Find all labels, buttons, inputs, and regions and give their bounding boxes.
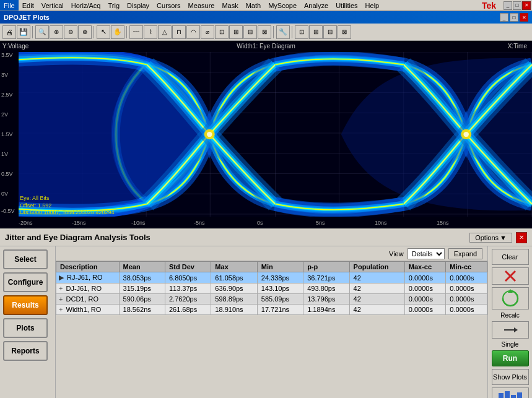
data-table-area: View Details Expand Description Mean Std… bbox=[56, 246, 487, 398]
show-plots-icon[interactable] bbox=[492, 387, 529, 398]
x-label-n5: -5ns bbox=[194, 220, 205, 226]
svg-rect-30 bbox=[505, 391, 510, 398]
toolbar-waveform1[interactable]: 〰 bbox=[129, 25, 143, 39]
minimize-button[interactable]: _ bbox=[504, 1, 512, 10]
toolbar-waveform2[interactable]: ⌇ bbox=[144, 25, 157, 39]
cell-max: 18.910ns bbox=[211, 305, 257, 315]
menu-item-mask[interactable]: Mask bbox=[218, 0, 242, 11]
menu-item-display[interactable]: Display bbox=[123, 0, 153, 11]
y-label-2: 2V bbox=[1, 111, 8, 118]
table-row[interactable]: + DCD1, RO 590.06ps 2.7620ps 598.89ps 58… bbox=[56, 294, 487, 305]
toolbar-waveform10[interactable]: ⊠ bbox=[258, 25, 271, 39]
menu-item-help[interactable]: Help bbox=[362, 0, 383, 11]
run-button[interactable]: Run bbox=[492, 350, 529, 366]
cell-stddev: 2.7620ps bbox=[165, 294, 211, 305]
toolbar-waveform4[interactable]: ⊓ bbox=[172, 25, 186, 39]
table-row[interactable]: + Width1, RO 18.562ns 261.68ps 18.910ns … bbox=[56, 305, 487, 315]
col-description: Description bbox=[56, 262, 120, 272]
close-button-main[interactable]: ✕ bbox=[522, 1, 531, 10]
y-label-35: 3.5V bbox=[1, 52, 13, 58]
toolbar-panel4[interactable]: ⊠ bbox=[338, 25, 351, 39]
cell-mean: 18.562ns bbox=[119, 305, 165, 315]
toolbar-waveform9[interactable]: ⊟ bbox=[243, 25, 257, 39]
results-button[interactable]: Results bbox=[3, 295, 48, 315]
toolbar-waveform7[interactable]: ⊡ bbox=[215, 25, 229, 39]
row-expand-icon[interactable]: ▶ bbox=[59, 274, 64, 281]
results-table: Description Mean Std Dev Max Min p-p Pop… bbox=[56, 261, 487, 315]
tek-logo: Tek bbox=[474, 1, 504, 11]
toolbar-waveform5[interactable]: ◠ bbox=[186, 25, 200, 39]
cell-max: 636.90ps bbox=[211, 283, 257, 294]
toolbar-zoom-x[interactable]: ⊕ bbox=[78, 25, 92, 39]
y-axis-label: Y:Voltage bbox=[2, 43, 28, 50]
menu-item-analyze[interactable]: Analyze bbox=[300, 0, 332, 11]
table-row[interactable]: + DJ-J61, RO 315.19ps 113.37ps 636.90ps … bbox=[56, 283, 487, 294]
menu-item-horiz[interactable]: Horiz/Acq bbox=[68, 0, 105, 11]
row-expand-icon[interactable]: + bbox=[59, 295, 63, 303]
menu-item-trig[interactable]: Trig bbox=[104, 0, 123, 11]
table-scroll-area[interactable]: Description Mean Std Dev Max Min p-p Pop… bbox=[56, 261, 487, 398]
menu-item-edit[interactable]: Edit bbox=[19, 0, 38, 11]
clear-x-icon-btn[interactable] bbox=[492, 267, 529, 285]
toolbar-cursor[interactable]: ↖ bbox=[97, 25, 110, 39]
cell-maxcc: 0.0000s bbox=[404, 272, 446, 283]
configure-button[interactable]: Configure bbox=[3, 272, 48, 292]
toolbar-pan[interactable]: ✋ bbox=[111, 25, 124, 39]
dpojet-maximize[interactable]: □ bbox=[510, 13, 518, 22]
x-axis-label: X:Time bbox=[508, 43, 527, 50]
clear-button[interactable]: Clear bbox=[492, 249, 529, 265]
toolbar-zoom-in[interactable]: ⊕ bbox=[50, 25, 63, 39]
menu-item-file[interactable]: File bbox=[0, 0, 19, 11]
toolbar-save[interactable]: 💾 bbox=[17, 25, 30, 39]
toolbar-panel3[interactable]: ⊟ bbox=[323, 25, 337, 39]
select-button[interactable]: Select bbox=[3, 249, 48, 269]
menu-item-vertical[interactable]: Vertical bbox=[38, 0, 68, 11]
toolbar-print[interactable]: 🖨 bbox=[2, 25, 16, 39]
maximize-button[interactable]: □ bbox=[513, 1, 521, 10]
plot-area: Y:Voltage Width1: Eye Diagram X:Time 3.5… bbox=[0, 41, 532, 228]
toolbar-panel1[interactable]: ⊡ bbox=[295, 25, 308, 39]
toolbar-panel2[interactable]: ⊞ bbox=[309, 25, 323, 39]
menu-item-cursors[interactable]: Cursors bbox=[153, 0, 185, 11]
x-label-15: 15ns bbox=[437, 220, 449, 226]
toolbar-waveform3[interactable]: △ bbox=[158, 25, 172, 39]
right-sidebar: Clear Recalc bbox=[487, 246, 532, 398]
cell-min: 24.338ps bbox=[257, 272, 303, 283]
panel-close-button[interactable]: ✕ bbox=[516, 232, 527, 243]
table-row[interactable]: ▶ RJ-J61, RO 38.053ps 6.8050ps 61.058ps … bbox=[56, 272, 487, 283]
options-button[interactable]: Options ▼ bbox=[469, 233, 512, 243]
expand-button[interactable]: Expand bbox=[448, 248, 482, 259]
menu-item-math[interactable]: Math bbox=[242, 0, 264, 11]
single-button[interactable] bbox=[492, 321, 529, 339]
menu-item-utilities[interactable]: Utilities bbox=[332, 0, 361, 11]
dpojet-window-title: DPOJET Plots bbox=[4, 14, 50, 21]
col-min: Min bbox=[257, 262, 303, 272]
recalc-button[interactable] bbox=[492, 287, 529, 309]
cell-pp: 13.796ps bbox=[303, 294, 349, 305]
view-bar: View Details Expand bbox=[56, 246, 487, 261]
cell-mincc: 0.0000s bbox=[446, 305, 487, 315]
row-expand-icon[interactable]: + bbox=[59, 306, 63, 313]
col-stddev: Std Dev bbox=[165, 262, 211, 272]
cell-min: 585.09ps bbox=[257, 294, 303, 305]
toolbar-settings[interactable]: 🔧 bbox=[276, 25, 290, 39]
dpojet-minimize[interactable]: _ bbox=[500, 13, 508, 22]
cell-maxcc: 0.0000s bbox=[404, 294, 446, 305]
cell-min: 17.721ns bbox=[257, 305, 303, 315]
menu-item-measure[interactable]: Measure bbox=[185, 0, 219, 11]
dpojet-close[interactable]: ✕ bbox=[520, 13, 528, 22]
toolbar-waveform8[interactable]: ⊞ bbox=[229, 25, 243, 39]
svg-point-22 bbox=[463, 132, 469, 137]
toolbar-zoom-out[interactable]: ⊖ bbox=[64, 25, 77, 39]
toolbar-waveform6[interactable]: ⌀ bbox=[201, 25, 214, 39]
menu-item-myscope[interactable]: MyScope bbox=[264, 0, 300, 11]
reports-button[interactable]: Reports bbox=[3, 341, 48, 361]
cell-description: + DJ-J61, RO bbox=[56, 283, 120, 294]
plots-button[interactable]: Plots bbox=[3, 318, 48, 338]
toolbar-zoom-fit[interactable]: 🔍 bbox=[35, 25, 49, 39]
bottom-panel-header: Jitter and Eye Diagram Analysis Tools Op… bbox=[0, 229, 532, 246]
row-expand-icon[interactable]: + bbox=[59, 285, 63, 292]
col-max: Max bbox=[211, 262, 257, 272]
show-plots-button[interactable]: Show Plots bbox=[492, 369, 529, 385]
view-select[interactable]: Details bbox=[408, 248, 445, 259]
